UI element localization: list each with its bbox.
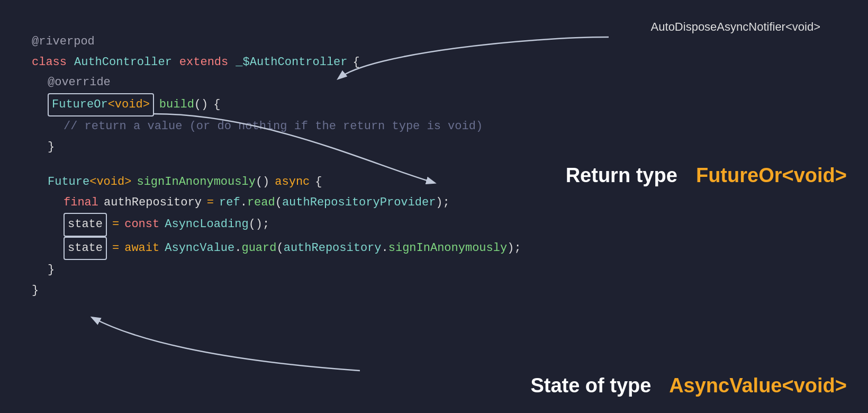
state2-boxed: state (64, 237, 107, 261)
kw-await: await (124, 238, 159, 259)
guard-paren-close: ) (507, 238, 514, 259)
main-container: @riverpod class AuthController extends _… (0, 0, 868, 413)
equal-state1: = (112, 214, 119, 235)
code-block: @riverpod class AuthController extends _… (32, 32, 521, 301)
read-paren-close: ) (436, 193, 442, 213)
ref-obj: ref (219, 193, 240, 213)
line-brace-close-signin: } (32, 260, 521, 281)
asyncloading-paren: () (249, 214, 263, 235)
return-type-highlight: FutureOr<void> (696, 164, 847, 186)
line-riverpod: @riverpod (32, 32, 521, 52)
equal-authrepo: = (207, 193, 214, 213)
line-build: FutureOr<void> build () { (32, 93, 521, 117)
state1-boxed: state (64, 213, 107, 237)
semi-1: ; (443, 193, 450, 213)
future-void: <void> (89, 172, 131, 193)
classname: AuthController (74, 52, 172, 73)
brace-class-close: } (32, 281, 39, 301)
line-authrepo: final authRepository = ref.read(authRepo… (32, 193, 521, 213)
read-paren-open: ( (275, 193, 282, 213)
annotation-autodispose: AutoDisposeAsyncNotifier<void> (651, 20, 820, 34)
fn-signin-ref: signInAnonymously (388, 238, 507, 259)
futuror-type: FutureOr (52, 95, 108, 115)
dot-1: . (240, 193, 247, 213)
future-type: Future (48, 172, 89, 193)
asyncloading-type: AsyncLoading (165, 214, 248, 235)
guard-paren-open: ( (276, 238, 283, 259)
return-type-text: Return type (566, 164, 677, 186)
build-paren: () (194, 95, 208, 115)
fn-guard: guard (241, 238, 276, 259)
fn-read: read (247, 193, 275, 213)
base-class: _$AuthController (236, 52, 347, 73)
brace-open-1: { (353, 52, 360, 73)
state-type-text: State of type (530, 374, 651, 397)
arg-authrepo2: authRepository (284, 238, 382, 259)
asyncvalue-type: AsyncValue (165, 238, 234, 259)
decorator-riverpod: @riverpod (32, 32, 95, 52)
arg-authrepo-provider: authRepositoryProvider (282, 193, 436, 213)
kw-extends: extends (179, 52, 228, 73)
brace-signin-open: { (315, 172, 322, 193)
line-class: class AuthController extends _$AuthContr… (32, 52, 521, 73)
line-brace-close-build: } (32, 137, 521, 158)
override-decorator: @override (48, 73, 111, 93)
line-state1: state = const AsyncLoading(); (32, 213, 521, 237)
brace-build-open: { (213, 95, 220, 115)
line-state2: state = await AsyncValue.guard(authRepos… (32, 237, 521, 261)
semi-3: ; (514, 238, 521, 259)
dot-2: . (234, 238, 241, 259)
var-authrepo: authRepository (104, 193, 202, 213)
futuror-boxed: FutureOr<void> (48, 93, 154, 117)
line-signin: Future<void> signInAnonymously () async … (32, 172, 521, 193)
state1-kw: state (68, 214, 103, 235)
kw-async: async (275, 172, 310, 193)
equal-state2: = (112, 238, 119, 259)
dot-3: . (382, 238, 388, 259)
kw-class: class (32, 52, 67, 73)
comment-text: // return a value (or do nothing if the … (64, 116, 483, 137)
line-brace-close-class: } (32, 281, 521, 301)
futuror-void: <void> (108, 95, 150, 115)
brace-signin-close: } (48, 260, 55, 281)
signin-paren: () (256, 172, 269, 193)
line-comment: // return a value (or do nothing if the … (32, 116, 521, 137)
autodispose-text: AutoDisposeAsyncNotifier<void> (651, 20, 820, 33)
method-signin: signInAnonymously (137, 172, 255, 193)
annotation-state-type: State of type AsyncValue<void> (530, 374, 847, 397)
annotation-return-type: Return type FutureOr<void> (566, 164, 847, 187)
arrow-state-type (93, 318, 360, 371)
line-override: @override (32, 73, 521, 93)
kw-const: const (124, 214, 159, 235)
state-type-highlight: AsyncValue<void> (669, 374, 847, 397)
state2-kw: state (68, 238, 103, 259)
semi-2: ; (263, 214, 269, 235)
brace-build-close: } (48, 137, 55, 158)
method-build: build (159, 95, 194, 115)
kw-final: final (64, 193, 98, 213)
